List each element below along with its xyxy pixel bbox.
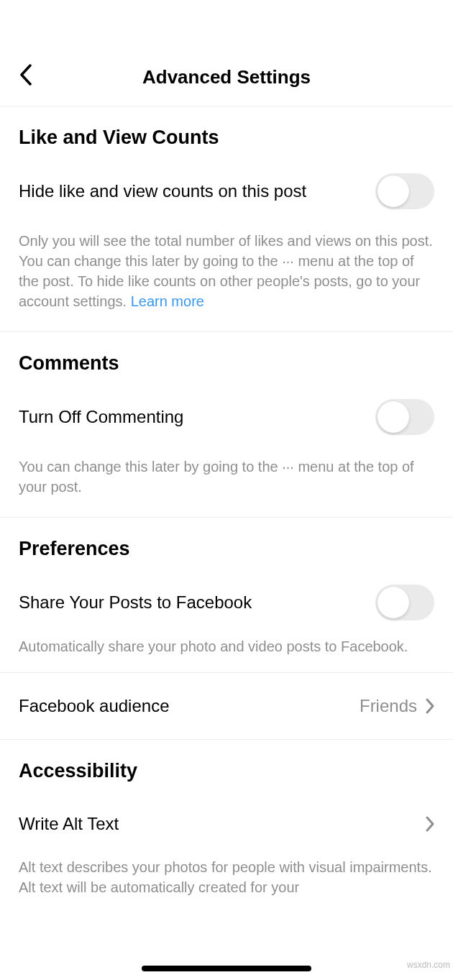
page-title: Advanced Settings <box>142 66 311 88</box>
toggle-knob <box>378 401 409 433</box>
header: Advanced Settings <box>0 0 453 106</box>
write-alt-text-row[interactable]: Write Alt Text <box>19 807 434 841</box>
section-accessibility: Accessibility Write Alt Text Alt text de… <box>0 740 453 905</box>
facebook-audience-row[interactable]: Facebook audience Friends <box>19 689 434 723</box>
facebook-audience-label: Facebook audience <box>19 696 169 716</box>
section-title-likes: Like and View Counts <box>19 127 434 149</box>
section-title-accessibility: Accessibility <box>19 760 434 782</box>
section-facebook-audience: Facebook audience Friends <box>0 673 453 740</box>
home-indicator <box>142 966 311 971</box>
chevron-right-icon <box>426 698 434 714</box>
row-turn-off-commenting: Turn Off Commenting <box>19 399 434 435</box>
share-to-facebook-label: Share Your Posts to Facebook <box>19 592 252 613</box>
content: Like and View Counts Hide like and view … <box>0 106 453 905</box>
section-title-comments: Comments <box>19 352 434 375</box>
alt-text-description: Alt text describes your photos for peopl… <box>19 857 434 897</box>
learn-more-link[interactable]: Learn more <box>127 293 204 309</box>
chevron-right-icon <box>426 816 434 832</box>
toggle-knob <box>378 175 409 207</box>
turn-off-commenting-toggle[interactable] <box>375 399 434 435</box>
section-likes: Like and View Counts Hide like and view … <box>0 106 453 332</box>
row-share-to-facebook: Share Your Posts to Facebook <box>19 585 434 620</box>
facebook-audience-value: Friends <box>360 696 417 716</box>
section-preferences: Preferences Share Your Posts to Facebook… <box>0 518 453 673</box>
section-title-preferences: Preferences <box>19 538 434 560</box>
hide-likes-description: Only you will see the total number of li… <box>19 231 434 311</box>
row-hide-likes: Hide like and view counts on this post <box>19 173 434 209</box>
share-to-facebook-description: Automatically share your photo and video… <box>19 636 434 656</box>
toggle-knob <box>378 587 409 618</box>
chevron-left-icon <box>19 64 32 86</box>
watermark: wsxdn.com <box>407 960 450 970</box>
back-button[interactable] <box>17 61 35 88</box>
section-comments: Comments Turn Off Commenting You can cha… <box>0 332 453 518</box>
write-alt-text-label: Write Alt Text <box>19 814 119 834</box>
hide-likes-label: Hide like and view counts on this post <box>19 181 306 201</box>
share-to-facebook-toggle[interactable] <box>375 585 434 620</box>
hide-likes-description-text: Only you will see the total number of li… <box>19 233 433 309</box>
hide-likes-toggle[interactable] <box>375 173 434 209</box>
turn-off-commenting-label: Turn Off Commenting <box>19 407 183 427</box>
turn-off-commenting-description: You can change this later by going to th… <box>19 457 434 497</box>
